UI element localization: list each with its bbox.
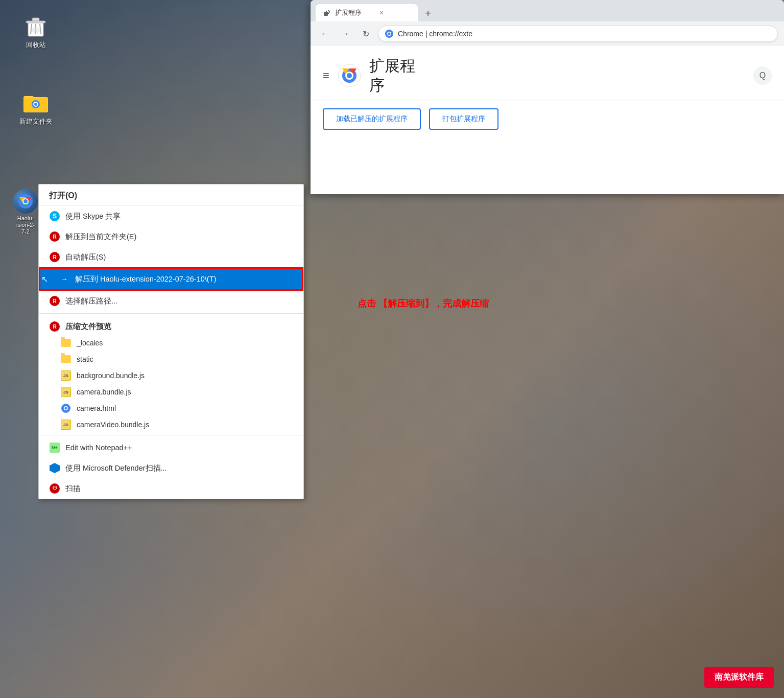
skype-icon: S — [49, 211, 60, 222]
winrar-section-icon: R — [49, 321, 60, 332]
pack-extension-btn[interactable]: 打包扩展程序 — [429, 108, 498, 130]
svg-point-15 — [23, 199, 28, 203]
new-tab-btn[interactable]: + — [420, 5, 436, 21]
browser-titlebar: 扩展程序 × + — [311, 0, 784, 21]
tab-close-btn[interactable]: × — [377, 8, 386, 17]
js-camera-icon: JS — [60, 386, 72, 398]
extensions-tab-icon — [323, 9, 331, 17]
extract-arrow-icon: → — [59, 273, 70, 285]
choose-path-item[interactable]: R 选择解压路径... — [39, 291, 303, 311]
extensions-tab[interactable]: 扩展程序 × — [316, 4, 418, 21]
winrar-icon-3: R — [49, 295, 60, 307]
notepad-icon: N+ — [49, 442, 60, 453]
notepad-item[interactable]: N+ Edit with Notepad++ — [39, 437, 303, 458]
winrar-icon-1: R — [49, 231, 60, 242]
archive-section-header: R 压缩文件预览 — [39, 316, 303, 335]
divider-1 — [39, 313, 303, 314]
divider-2 — [39, 435, 303, 435]
auto-extract-item[interactable]: R 自动解压(S) — [39, 247, 303, 267]
desktop: 回收站 新建文件夹 — [0, 0, 784, 698]
extract-to-item[interactable]: ↖ → 解压到 Haolu-extension-2022-07-26-10\(T… — [39, 267, 303, 291]
svg-rect-20 — [326, 11, 327, 12]
reload-btn[interactable]: ↻ — [358, 26, 374, 42]
search-btn[interactable]: Q — [753, 66, 772, 85]
context-menu-header[interactable]: 打开(O) — [39, 184, 303, 206]
forward-btn[interactable]: → — [337, 26, 353, 42]
browser-toolbar: ← → ↻ Chrome | chrome://exte — [311, 21, 784, 46]
extensions-buttons-row: 加载已解压的扩展程序 打包扩展程序 — [311, 100, 784, 138]
back-btn[interactable]: ← — [317, 26, 333, 42]
svg-point-6 — [32, 27, 40, 33]
skype-share-item[interactable]: S 使用 Skype 共享 — [39, 206, 303, 226]
extensions-title: 扩展程序 — [369, 56, 415, 95]
browser-window: 扩展程序 × + ← → ↻ Chrome | chrome://exte — [311, 0, 784, 194]
folder-static-icon — [60, 354, 72, 365]
extensions-header-area: ≡ 扩展程序 Q — [311, 46, 784, 100]
js-cameravideo-icon: JS — [60, 419, 72, 430]
extract-here-item[interactable]: R 解压到当前文件夹(E) — [39, 226, 303, 247]
chrome-camera-icon — [60, 403, 72, 414]
svg-point-27 — [347, 73, 352, 78]
software-badge: 南羌派软件库 — [704, 667, 774, 688]
new-folder-icon[interactable]: 新建文件夹 — [15, 87, 56, 130]
context-menu: 打开(O) S 使用 Skype 共享 R 解压到当前文件夹(E) R 自动解压… — [38, 184, 304, 499]
defender-icon — [49, 462, 60, 474]
recycle-bin-label: 回收站 — [26, 41, 46, 50]
cursor: ↖ — [41, 274, 48, 284]
file-camera-html: camera.html — [39, 400, 303, 416]
address-bar-text: Chrome | chrome://exte — [398, 30, 472, 38]
file-locales: _locales — [39, 335, 303, 351]
svg-point-23 — [388, 33, 391, 35]
svg-point-12 — [34, 103, 37, 106]
defender-item[interactable]: 使用 Microsoft Defender扫描... — [39, 458, 303, 478]
js-background-icon: JS — [60, 370, 72, 381]
hamburger-menu-icon[interactable]: ≡ — [323, 69, 329, 82]
folder-locales-icon — [60, 337, 72, 348]
new-folder-image — [23, 91, 48, 115]
svg-rect-1 — [26, 21, 45, 23]
svg-rect-2 — [32, 18, 39, 21]
browser-content: ≡ 扩展程序 Q 加载已解压的扩展程序 打包 — [311, 46, 784, 194]
annotation-text: 点击 【解压缩到】，完成解压缩 — [358, 297, 489, 310]
recycle-bin-icon[interactable]: 回收站 — [15, 10, 56, 54]
load-unpacked-btn[interactable]: 加载已解压的扩展程序 — [323, 108, 421, 130]
recycle-bin-image — [23, 14, 48, 39]
file-cameravideo-js: JS cameraVideo.bundle.js — [39, 416, 303, 433]
address-bar-icon — [385, 29, 394, 38]
svg-rect-19 — [324, 12, 328, 16]
new-folder-label: 新建文件夹 — [19, 118, 53, 126]
file-camera-js: JS camera.bundle.js — [39, 384, 303, 400]
address-bar[interactable]: Chrome | chrome://exte — [378, 26, 778, 42]
file-background-js: JS background.bundle.js — [39, 367, 303, 384]
file-static: static — [39, 351, 303, 367]
winrar-icon-2: R — [49, 251, 60, 263]
qihoo-item[interactable]: 🛡 扫描 — [39, 478, 303, 499]
svg-point-18 — [65, 407, 67, 410]
chrome-logo-large — [338, 64, 361, 87]
qihoo-icon: 🛡 — [49, 483, 60, 494]
